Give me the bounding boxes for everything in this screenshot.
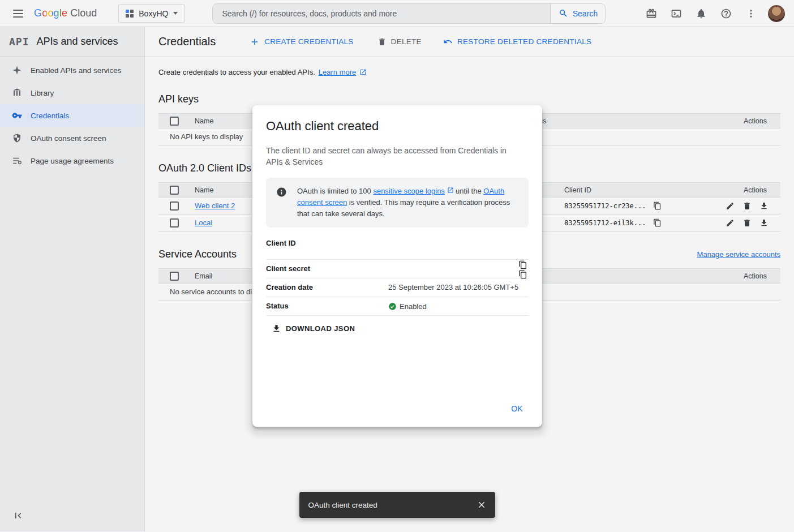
- verification-notice: OAuth is limited to 100 sensitive scope …: [266, 178, 529, 228]
- status-check-icon: [388, 302, 397, 311]
- toast-close-button[interactable]: [471, 495, 492, 515]
- status-value-area: Enabled: [388, 302, 529, 311]
- client-secret-row: Client secret: [266, 260, 529, 278]
- ok-button[interactable]: OK: [507, 400, 527, 418]
- client-id-row: Client ID: [266, 234, 529, 260]
- download-icon: [272, 324, 281, 333]
- toast-message: OAuth client created: [308, 501, 377, 509]
- close-icon: [477, 500, 486, 509]
- download-json-label: DOWNLOAD JSON: [286, 324, 355, 333]
- status-row: Status Enabled: [266, 297, 529, 316]
- client-id-label: Client ID: [266, 239, 388, 247]
- creation-date-row: Creation date 25 September 2023 at 10:26…: [266, 278, 529, 297]
- external-link-icon: [447, 187, 454, 194]
- dialog-body-text: The client ID and secret can always be a…: [266, 145, 518, 168]
- creation-date-label: Creation date: [266, 283, 388, 291]
- status-label: Status: [266, 302, 388, 310]
- client-id-value-area: [388, 239, 529, 248]
- dialog-fields: Client ID Client secret Creation date 25…: [266, 234, 529, 316]
- notice-text: OAuth is limited to 100 sensitive scope …: [297, 186, 520, 220]
- toast-snackbar: OAuth client created: [299, 492, 495, 518]
- status-value: Enabled: [400, 302, 427, 311]
- notice-part1: OAuth is limited to 100: [297, 187, 373, 195]
- copy-client-secret-button[interactable]: [517, 269, 529, 280]
- client-secret-value-area: [388, 264, 529, 273]
- download-json-button[interactable]: DOWNLOAD JSON: [272, 324, 355, 333]
- info-icon: [276, 187, 287, 198]
- copy-icon: [518, 270, 527, 279]
- client-secret-label: Client secret: [266, 264, 388, 273]
- notice-part2: until the: [454, 187, 484, 195]
- sensitive-scope-logins-link[interactable]: sensitive scope logins: [373, 187, 444, 195]
- creation-date-value: 25 September 2023 at 10:26:05 GMT+5: [388, 283, 529, 292]
- dialog-title: OAuth client created: [266, 119, 529, 134]
- oauth-client-created-dialog: OAuth client created The client ID and s…: [252, 105, 542, 427]
